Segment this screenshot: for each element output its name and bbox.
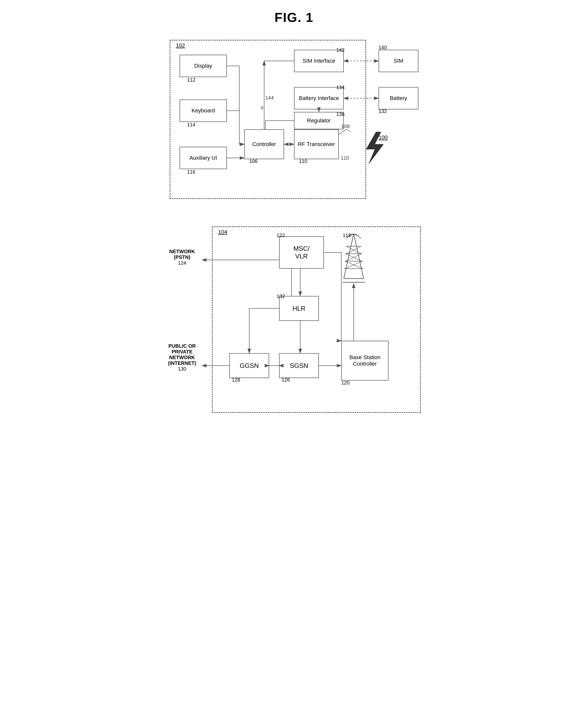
controller-ref: 106 — [249, 158, 257, 164]
base-station-ref: 120 — [341, 380, 350, 386]
svg-line-25 — [354, 234, 364, 279]
tower-ref: 118 — [343, 233, 351, 238]
sgsn-ref: 126 — [281, 377, 290, 383]
base-station-box: Base Station Controller — [341, 341, 388, 381]
ggsn-ref: 128 — [232, 377, 240, 383]
auxui-ref: 116 — [187, 169, 195, 175]
svg-marker-0 — [366, 132, 383, 164]
keyboard-ref: 114 — [187, 122, 195, 128]
hlr-ref: 132 — [277, 294, 285, 299]
sgsn-box: SGSN — [279, 353, 319, 378]
battery-interface-ref: 134 — [336, 85, 344, 90]
rf-box: RF Transceiver — [294, 129, 339, 159]
hlr-box: HLR — [279, 296, 319, 321]
controller-box: Controller — [244, 129, 284, 159]
network-box-label: 104 — [218, 229, 227, 235]
sim-ref: 140 — [379, 45, 387, 50]
tower-icon — [341, 234, 366, 283]
sim-interface-ref: 142 — [336, 47, 344, 53]
regulator-ref: 136 — [336, 111, 344, 117]
display-ref: 112 — [187, 77, 195, 83]
battery-box: Battery — [379, 87, 418, 109]
sim-interface-box: SIM Interface — [294, 50, 344, 72]
msc-vlr-ref: 122 — [277, 233, 285, 238]
top-diagram: 102 Display 112 Keyboard 114 Auxiliary U… — [162, 35, 426, 204]
battery-interface-box: Battery Interface — [294, 87, 344, 109]
page: FIG. 1 102 Display 112 Keyboard 114 Auxi… — [157, 10, 431, 418]
svg-line-24 — [344, 234, 354, 279]
battery-ref: 132 — [379, 108, 387, 114]
auxui-box: Auxiliary UI — [180, 147, 227, 169]
rf-ref: 110 — [299, 158, 307, 164]
sim-box: SIM — [379, 50, 418, 72]
msc-vlr-box: MSC/VLR — [279, 236, 324, 269]
device-box-label: 102 — [176, 42, 185, 49]
ggsn-box: GGSN — [229, 353, 269, 378]
public-private-label: PUBLIC ORPRIVATENETWORK(INTERNET) 130 — [162, 343, 202, 372]
keyboard-box: Keyboard — [180, 100, 227, 122]
display-box: Display — [180, 55, 227, 77]
figure-title: FIG. 1 — [275, 10, 313, 25]
lightning-icon — [361, 132, 386, 165]
bottom-diagram: 104 NETWORK (PSTN) 124 PUBLIC ORPRIVATEN… — [162, 219, 426, 418]
network-pstn-label: NETWORK (PSTN) 124 — [162, 249, 202, 266]
